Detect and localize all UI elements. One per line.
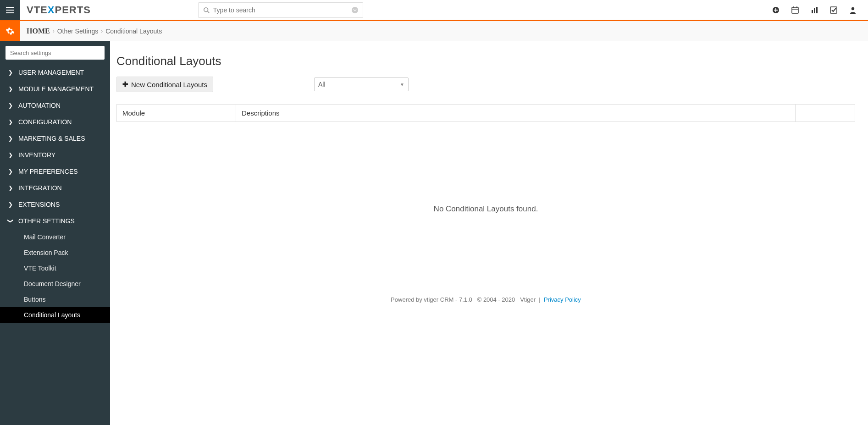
- sidebar-item-module-management[interactable]: ❯MODULE MANAGEMENT: [0, 81, 110, 97]
- empty-state-message: No Conditional Layouts found.: [116, 204, 855, 214]
- column-header-descriptions: Descriptions: [236, 105, 796, 122]
- chevron-right-icon: ›: [101, 28, 103, 34]
- sidebar-sub-conditional-layouts[interactable]: Conditional Layouts: [0, 307, 110, 323]
- layouts-table: Module Descriptions: [116, 104, 855, 122]
- svg-point-16: [851, 7, 854, 10]
- sidebar-item-configuration[interactable]: ❯CONFIGURATION: [0, 114, 110, 130]
- sidebar-item-integration[interactable]: ❯INTEGRATION: [0, 180, 110, 196]
- chevron-down-icon: ▼: [400, 82, 404, 87]
- logo-text-1: VTE: [27, 4, 48, 16]
- module-filter-select[interactable]: All ▼: [314, 77, 409, 91]
- chevron-right-icon: ›: [53, 28, 55, 34]
- sidebar-item-extensions[interactable]: ❯EXTENSIONS: [0, 196, 110, 213]
- calendar-button[interactable]: [785, 0, 805, 20]
- sidebar-item-label: MODULE MANAGEMENT: [18, 85, 94, 93]
- sidebar-sub-extension-pack[interactable]: Extension Pack: [0, 245, 110, 260]
- search-icon: [203, 7, 210, 13]
- user-icon: [849, 6, 857, 14]
- chevron-right-icon: ❯: [8, 185, 13, 191]
- breadcrumb-current: Conditional Layouts: [105, 28, 162, 35]
- reports-button[interactable]: [805, 0, 824, 20]
- page-title: Conditional Layouts: [116, 54, 855, 68]
- plus-icon: ✚: [122, 80, 128, 88]
- chevron-right-icon: ❯: [8, 152, 13, 158]
- chevron-right-icon: ❯: [8, 168, 13, 175]
- chevron-right-icon: ❯: [8, 201, 13, 208]
- svg-rect-2: [6, 12, 14, 13]
- sidebar-item-label: USER MANAGEMENT: [18, 69, 84, 76]
- toolbar: ✚ New Conditional Layouts All ▼: [116, 77, 855, 92]
- plus-circle-icon: [772, 6, 780, 14]
- chevron-down-icon: ❯: [7, 219, 14, 223]
- chevron-right-icon: ❯: [8, 86, 13, 92]
- sidebar-item-label: MY PREFERENCES: [18, 168, 78, 175]
- top-header: VTEXPERTS: [0, 0, 868, 20]
- breadcrumb-row: HOME › Other Settings › Conditional Layo…: [0, 21, 868, 41]
- hamburger-icon: [6, 7, 14, 13]
- sidebar-item-inventory[interactable]: ❯INVENTORY: [0, 147, 110, 163]
- column-header-module: Module: [117, 105, 236, 122]
- footer-sep: |: [539, 296, 540, 303]
- breadcrumb-home[interactable]: HOME: [27, 27, 50, 35]
- sidebar-item-other-settings[interactable]: ❯OTHER SETTINGS: [0, 213, 110, 229]
- sidebar-item-marketing-sales[interactable]: ❯MARKETING & SALES: [0, 130, 110, 147]
- sidebar-sub-vte-toolkit[interactable]: VTE Toolkit: [0, 260, 110, 276]
- tasks-button[interactable]: [824, 0, 843, 20]
- calendar-icon: [791, 6, 799, 14]
- add-record-button[interactable]: [766, 0, 785, 20]
- svg-rect-1: [6, 10, 14, 11]
- logo-text-2: PERTS: [55, 4, 90, 16]
- sidebar-sub-mail-converter[interactable]: Mail Converter: [0, 229, 110, 245]
- footer-privacy-link[interactable]: Privacy Policy: [544, 296, 581, 303]
- sidebar-item-my-preferences[interactable]: ❯MY PREFERENCES: [0, 163, 110, 180]
- global-search: [198, 2, 363, 18]
- hamburger-menu[interactable]: [0, 0, 20, 20]
- chevron-right-icon: ❯: [8, 102, 13, 109]
- footer: Powered by vtiger CRM - 7.1.0 © 2004 - 2…: [116, 296, 855, 312]
- sidebar-sub-buttons[interactable]: Buttons: [0, 292, 110, 307]
- gear-icon: [6, 27, 15, 36]
- chevron-right-icon: ❯: [8, 119, 13, 125]
- search-dropdown-icon[interactable]: [352, 7, 358, 13]
- top-right-icons: [766, 0, 868, 20]
- sidebar-item-label: OTHER SETTINGS: [18, 217, 75, 225]
- sidebar-item-label: INVENTORY: [18, 151, 55, 159]
- footer-company-link[interactable]: Vtiger: [520, 296, 536, 303]
- sidebar-item-user-management[interactable]: ❯USER MANAGEMENT: [0, 64, 110, 81]
- sidebar-item-label: AUTOMATION: [18, 102, 61, 109]
- sidebar-item-label: MARKETING & SALES: [18, 135, 85, 142]
- svg-rect-14: [816, 7, 818, 13]
- logo[interactable]: VTEXPERTS: [20, 4, 97, 16]
- svg-rect-12: [812, 10, 813, 13]
- svg-rect-15: [830, 7, 837, 13]
- footer-copyright: © 2004 - 2020: [477, 296, 515, 303]
- footer-powered: Powered by vtiger CRM - 7.1.0: [391, 296, 472, 303]
- sidebar-item-label: INTEGRATION: [18, 184, 62, 192]
- check-square-icon: [830, 6, 837, 14]
- user-menu-button[interactable]: [843, 0, 862, 20]
- settings-sidebar: ❯USER MANAGEMENT ❯MODULE MANAGEMENT ❯AUT…: [0, 41, 110, 425]
- sidebar-search-input[interactable]: [6, 46, 105, 60]
- sidebar-sub-document-designer[interactable]: Document Designer: [0, 276, 110, 292]
- add-button-label: New Conditional Layouts: [131, 81, 207, 88]
- sidebar-search: [6, 46, 105, 60]
- settings-gear-tile[interactable]: [0, 21, 20, 41]
- svg-point-3: [204, 7, 208, 11]
- sidebar-item-label: EXTENSIONS: [18, 201, 60, 208]
- select-value: All: [318, 81, 326, 88]
- svg-rect-13: [814, 8, 815, 13]
- bar-chart-icon: [811, 6, 818, 14]
- sidebar-item-automation[interactable]: ❯AUTOMATION: [0, 97, 110, 114]
- global-search-input[interactable]: [210, 6, 352, 14]
- chevron-right-icon: ❯: [8, 69, 13, 76]
- column-header-actions: [796, 105, 855, 122]
- breadcrumb: HOME › Other Settings › Conditional Layo…: [20, 21, 168, 41]
- main-content: Conditional Layouts ✚ New Conditional La…: [110, 41, 868, 425]
- svg-rect-8: [792, 7, 798, 13]
- svg-line-4: [207, 11, 209, 13]
- new-conditional-layouts-button[interactable]: ✚ New Conditional Layouts: [116, 77, 213, 92]
- chevron-right-icon: ❯: [8, 135, 13, 142]
- logo-text-x: X: [48, 4, 55, 16]
- sidebar-item-label: CONFIGURATION: [18, 118, 72, 126]
- breadcrumb-other-settings[interactable]: Other Settings: [57, 28, 99, 35]
